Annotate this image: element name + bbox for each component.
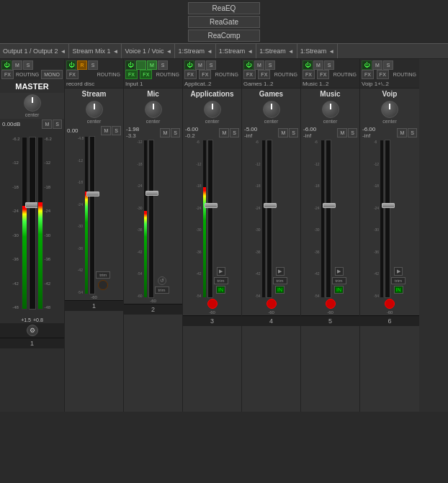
routing-output[interactable]: Output 1 / Output 2 ◄ [0, 44, 69, 58]
games-s-btn[interactable]: S [265, 60, 275, 70]
apps-s-fader-btn[interactable]: S [230, 128, 239, 137]
music-fader-handle[interactable] [323, 203, 336, 208]
voip-power-btn[interactable]: ⏻ [362, 60, 372, 70]
voip-knob[interactable] [381, 101, 398, 118]
games-fader-handle[interactable] [264, 203, 277, 208]
games-m-btn[interactable]: M [254, 60, 264, 70]
master-s-fader-btn[interactable]: S [53, 119, 62, 129]
mic-s-btn[interactable]: S [158, 60, 168, 70]
master-m-fader-btn[interactable]: M [42, 119, 52, 129]
reagate-item[interactable]: ReaGate [188, 16, 260, 28]
music-s-fader-btn[interactable]: S [348, 128, 357, 137]
apps-m-fader-btn[interactable]: M [219, 128, 229, 137]
games-fx-btn[interactable]: FX [243, 70, 256, 79]
mic-s-fader-btn[interactable]: S [171, 128, 180, 137]
stream-fader-handle[interactable] [86, 191, 99, 197]
apps-fx2-btn[interactable]: FX [199, 70, 211, 79]
mic-fader-track[interactable] [148, 140, 154, 298]
mic-fx-btn[interactable]: FX [125, 70, 138, 79]
games-power-btn[interactable]: ⏻ [243, 60, 254, 70]
voip-fader-handle[interactable] [382, 203, 395, 208]
master-power-btn[interactable]: ⏻ [1, 60, 12, 70]
reaeq-item[interactable]: ReaEQ [188, 2, 260, 14]
music-fx-btn[interactable]: FX [303, 70, 315, 79]
master-m-btn[interactable]: M [12, 60, 22, 70]
stream-trim-btn[interactable]: trim [96, 271, 110, 279]
apps-play-icon[interactable]: ▶ [217, 267, 225, 276]
master-fx-btn[interactable]: FX [1, 70, 14, 79]
games-knob[interactable] [263, 101, 280, 118]
voip-fx2-btn[interactable]: FX [377, 70, 389, 79]
voip-circle-btn[interactable] [385, 299, 395, 309]
routing-stream-1[interactable]: 1:Stream ◄ [175, 44, 215, 58]
master-mono-btn[interactable]: MONO [41, 70, 63, 79]
stream-s2-btn[interactable]: S [112, 126, 121, 135]
voip-m-btn[interactable]: M [372, 60, 382, 70]
games-fx2-btn[interactable]: FX [258, 70, 270, 79]
routing-stream-3[interactable]: 1:Stream ◄ [256, 44, 297, 58]
stream-s-btn[interactable]: S [88, 60, 98, 70]
mic-green-btn[interactable] [136, 60, 146, 70]
master-fader-track[interactable] [29, 137, 36, 310]
apps-in-btn[interactable]: IN [216, 286, 225, 294]
mic-m-fader-btn[interactable]: M [160, 128, 170, 137]
voip-trim-btn[interactable]: trim [391, 277, 406, 284]
music-fx2-btn[interactable]: FX [317, 70, 329, 79]
music-in-btn[interactable]: IN [334, 286, 344, 294]
stream-fader-track[interactable] [89, 136, 95, 294]
reacomp-item[interactable]: ReaComp [188, 30, 260, 42]
apps-m-btn[interactable]: M [195, 60, 205, 70]
games-circle-btn[interactable] [266, 299, 277, 309]
voip-m-fader-btn[interactable]: M [397, 128, 407, 137]
apps-fader-handle[interactable] [205, 203, 218, 208]
stream-power-btn[interactable]: ⏻ [66, 60, 76, 70]
mic-fader-handle[interactable] [145, 191, 158, 196]
mic-trim-btn[interactable]: trim [155, 286, 169, 294]
master-s-btn[interactable]: S [23, 60, 33, 70]
music-m-btn[interactable]: M [313, 60, 323, 70]
games-s-fader-btn[interactable]: S [289, 128, 298, 137]
routing-stream-2[interactable]: 1:Stream ◄ [216, 44, 256, 58]
music-play-icon[interactable]: ▶ [335, 267, 344, 276]
mic-m-btn[interactable]: M [147, 60, 157, 70]
games-play-icon[interactable]: ▶ [276, 267, 285, 276]
voip-fx-btn[interactable]: FX [362, 70, 374, 79]
mic-fx2-btn[interactable]: FX [140, 70, 152, 79]
music-s-btn[interactable]: S [324, 60, 334, 70]
routing-stream-4[interactable]: 1:Stream ◄ [297, 44, 338, 58]
apps-trim-btn[interactable]: trim [214, 277, 228, 284]
apps-circle-btn[interactable] [207, 299, 218, 309]
games-fader-track[interactable] [266, 140, 272, 298]
voip-play-icon[interactable]: ▶ [394, 267, 403, 276]
apps-fader-track[interactable] [207, 140, 213, 298]
stream-circle-btn[interactable] [98, 280, 108, 290]
voip-s-btn[interactable]: S [383, 60, 393, 70]
mic-circle-icon[interactable]: ↺ [158, 276, 166, 285]
mic-knob[interactable] [145, 101, 162, 118]
music-power-btn[interactable]: ⏻ [303, 60, 313, 70]
music-knob[interactable] [322, 101, 339, 118]
apps-s-btn[interactable]: S [206, 60, 216, 70]
master-knob[interactable] [24, 94, 41, 112]
music-m-fader-btn[interactable]: M [337, 128, 347, 137]
music-circle-btn[interactable] [326, 299, 336, 309]
apps-power-btn[interactable]: ⏻ [184, 60, 194, 70]
apps-knob[interactable] [204, 101, 221, 118]
master-gear-icon[interactable]: ⚙ [27, 325, 38, 336]
voip-fader-track[interactable] [385, 140, 390, 298]
stream-knob[interactable] [86, 101, 103, 118]
games-m-fader-btn[interactable]: M [278, 128, 288, 137]
games-in-btn[interactable]: IN [275, 286, 285, 294]
routing-stream-mix[interactable]: Stream Mix 1 ◄ [69, 44, 122, 58]
stream-m-btn[interactable]: M [101, 126, 111, 135]
games-trim-btn[interactable]: trim [273, 277, 287, 284]
music-fader-track[interactable] [326, 140, 331, 298]
apps-fx-btn[interactable]: FX [184, 70, 197, 79]
music-trim-btn[interactable]: trim [332, 277, 346, 284]
voip-in-btn[interactable]: IN [394, 286, 403, 294]
voip-s-fader-btn[interactable]: S [408, 128, 417, 137]
routing-voice[interactable]: Voice 1 / Voic ◄ [122, 44, 175, 58]
stream-r-btn[interactable]: R [77, 60, 87, 70]
mic-power-btn[interactable]: ⏻ [125, 60, 135, 70]
stream-fx-btn[interactable]: FX [66, 70, 79, 79]
